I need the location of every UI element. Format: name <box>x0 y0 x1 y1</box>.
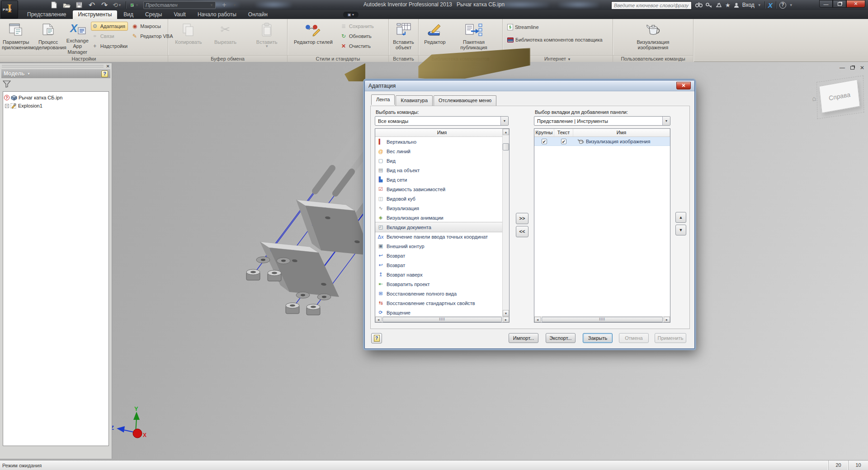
tree-item-root[interactable]: ? Рычаг катка СБ.ipn <box>4 94 108 102</box>
rollback-icon[interactable]: ⟲ ▼ <box>113 1 121 9</box>
material-combo[interactable]: Представлен▼ <box>143 1 216 9</box>
browser-help-icon[interactable]: ? <box>101 70 108 77</box>
dialog-tab[interactable]: Лента <box>371 94 395 105</box>
command-row[interactable]: ◈ Визуализация анимации <box>375 213 502 222</box>
ribbon-tab[interactable]: Начало работы <box>192 10 242 19</box>
qat-overflow-icon[interactable]: ▼ <box>233 3 236 7</box>
dialog-button[interactable]: Применить <box>655 333 686 343</box>
vba-editor-button[interactable]: ✎ Редактор VBA <box>131 32 173 40</box>
minimize-button[interactable]: — <box>819 0 833 8</box>
command-list-header[interactable]: Имя <box>375 129 509 137</box>
doc-restore-icon[interactable] <box>850 65 854 71</box>
style-purge-button[interactable]: ✕ Очистить <box>340 42 374 50</box>
command-list-vscrollbar[interactable]: ▲ ▼ <box>502 129 509 316</box>
macros-button[interactable]: ◉ Макросы <box>131 22 173 30</box>
redo-icon[interactable]: ↷ <box>100 1 108 9</box>
doc-minimize-icon[interactable]: — <box>840 65 845 71</box>
close-button[interactable]: ✕ <box>846 0 865 8</box>
style-update-button[interactable]: ↻ Обновить <box>340 32 374 40</box>
panel-command-row[interactable]: ✔ ✔ Визуализация изображения <box>534 137 670 146</box>
ribbon-tab[interactable]: Vault <box>168 10 191 19</box>
add-quick-command-icon[interactable]: + <box>220 1 228 9</box>
command-row[interactable]: ☑ Видимость зависимостей <box>375 184 502 194</box>
search-binoculars-icon[interactable] <box>695 2 703 8</box>
command-row[interactable]: ▣ Внешний контур <box>375 241 502 251</box>
help-dropdown-icon[interactable]: ▼ <box>789 3 793 7</box>
expand-icon[interactable]: + <box>5 104 9 108</box>
exchange-apps-icon[interactable]: X <box>768 1 773 9</box>
style-save-button[interactable]: ≣ Сохранить <box>340 22 374 30</box>
restore-button[interactable] <box>833 0 846 8</box>
insert-object-button[interactable]: Вставить объект <box>391 20 416 55</box>
command-row[interactable]: ∿ Визуализация <box>375 203 502 213</box>
filter-funnel-icon[interactable] <box>3 80 11 88</box>
scroll-thumb[interactable]: ⦀⦀⦀ <box>382 317 502 322</box>
command-row[interactable]: ▙ Вид сети <box>375 175 502 184</box>
style-editor-button[interactable]: Редактор стилей <box>289 20 337 55</box>
exchange-app-manager-button[interactable]: X Exchange App Manager <box>66 20 89 55</box>
browser-header[interactable]: Модель▼ ? <box>1 69 110 78</box>
appearance-icon[interactable]: ▼ <box>131 1 139 9</box>
dialog-tab[interactable]: Клавиатура <box>396 95 433 106</box>
command-row[interactable]: ▍ Вертикально <box>375 137 502 146</box>
modeling-process-button[interactable]: Процесс моделирования <box>30 20 66 55</box>
tree-item-explosion[interactable]: + Explosion1 <box>4 102 108 110</box>
ribbon-tab[interactable]: Онлайн <box>243 10 273 19</box>
move-left-button[interactable]: << <box>516 226 528 237</box>
command-row[interactable]: ↩ Возврат <box>375 260 502 270</box>
links-button[interactable]: ⚭ Связи <box>91 32 127 40</box>
addins-button[interactable]: + Надстройки <box>91 42 127 50</box>
commands-filter-combo[interactable]: Все команды▼ <box>375 116 509 126</box>
scroll-right-icon[interactable]: ► <box>503 317 509 322</box>
app-options-button[interactable]: Параметры приложения <box>2 20 30 55</box>
scroll-down-icon[interactable]: ▼ <box>503 310 509 316</box>
viewcube-home-icon[interactable]: ⌂ <box>811 94 817 102</box>
ribbon-display-toggle[interactable]: ▣ ▾ <box>343 12 359 18</box>
browser-close-icon[interactable]: ✕ <box>106 64 110 69</box>
batch-publish-button[interactable]: Пакетная публикация <box>449 20 498 55</box>
new-file-icon[interactable] <box>50 1 58 9</box>
dialog-help-button[interactable]: ? <box>371 333 382 343</box>
adaptation-button[interactable]: ⚙ Адаптация <box>91 22 127 30</box>
viewcube-face-label[interactable]: Справа <box>820 80 860 113</box>
panel-command-table[interactable]: Крупны Текст Имя ✔ ✔ Визуализация изобра… <box>534 128 670 323</box>
user-icon[interactable] <box>734 2 739 8</box>
cut-button[interactable]: ✂ Вырезать <box>207 20 244 55</box>
dialog-tab[interactable]: Отслеживающее меню <box>434 95 496 106</box>
dialog-button[interactable]: Закрыть <box>583 333 613 343</box>
text-checkbox[interactable]: ✔ <box>561 139 566 144</box>
command-row[interactable]: ◰ Вкладки документа <box>375 222 502 232</box>
panel-tab-combo[interactable]: Представление | Инструменты▼ <box>534 116 670 126</box>
command-row[interactable]: ▢ Вид <box>375 156 502 165</box>
browser-grip[interactable]: ✕ <box>0 63 112 69</box>
command-list-hscrollbar[interactable]: ◄ ⦀⦀⦀ ► <box>375 316 509 322</box>
ribbon-tab[interactable]: Вид <box>118 10 139 19</box>
panel-table-header[interactable]: Крупны Текст Имя <box>534 129 670 137</box>
command-row[interactable]: ↥ Возврат наверх <box>375 270 502 279</box>
ribbon-tab[interactable]: Среды <box>140 10 167 19</box>
panel-table-hscrollbar[interactable]: ◄ ⦀⦀⦀ ► <box>534 316 670 322</box>
scroll-up-icon[interactable]: ▲ <box>503 129 509 135</box>
dialog-button[interactable]: Импорт... <box>509 333 538 343</box>
command-row[interactable]: ⇆ Восстановление стандартных свойств <box>375 298 502 308</box>
command-row[interactable]: @ Вес линий <box>375 146 502 156</box>
dialog-close-button[interactable]: ✕ <box>676 82 691 89</box>
large-checkbox[interactable]: ✔ <box>542 139 547 144</box>
doc-close-icon[interactable]: ✕ <box>860 65 864 71</box>
move-down-button[interactable]: ▼ <box>675 225 686 235</box>
command-row[interactable]: ⟳ Вращение <box>375 308 502 316</box>
key-icon[interactable] <box>706 2 712 8</box>
sign-in-dropdown-icon[interactable]: ▼ <box>758 3 761 7</box>
command-list[interactable]: Имя ▍ Вертикально @ Вес линий ▢ <box>375 128 509 323</box>
content-editor-button[interactable]: Редактор <box>420 20 449 55</box>
move-up-button[interactable]: ▲ <box>675 212 686 223</box>
search-input[interactable] <box>611 1 692 9</box>
move-right-button[interactable]: >> <box>516 213 528 224</box>
command-row[interactable]: ⇤ Возвратить проект <box>375 279 502 289</box>
image-render-button[interactable]: Визуализация изображения <box>631 20 676 55</box>
save-icon[interactable] <box>75 1 83 9</box>
scroll-left-icon[interactable]: ◄ <box>534 317 541 322</box>
viewcube[interactable]: Справа <box>819 80 860 113</box>
dialog-title-bar[interactable]: Адаптация ✕ <box>365 80 694 91</box>
command-row[interactable]: ↩ Возврат <box>375 251 502 260</box>
